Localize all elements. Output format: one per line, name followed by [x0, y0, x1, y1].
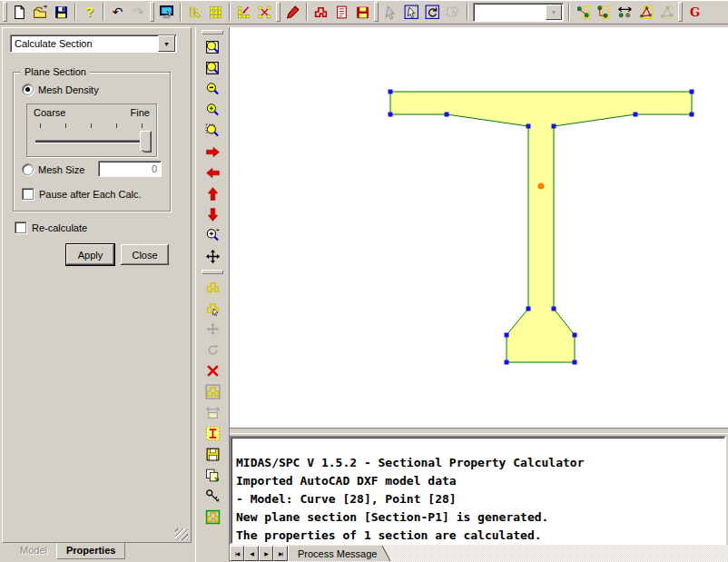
nav-last-button[interactable]: ▶|	[273, 546, 288, 561]
new-file-button[interactable]	[9, 2, 30, 23]
tab-model[interactable]: Model	[11, 543, 56, 558]
close-button[interactable]: Close	[121, 244, 169, 265]
vertex-node[interactable]	[445, 113, 449, 117]
vertex-node[interactable]	[690, 113, 694, 117]
save-file-button[interactable]	[51, 2, 72, 23]
pan-left-button[interactable]	[202, 163, 223, 183]
zoom-previous-button[interactable]	[202, 225, 223, 246]
pause-checkbox[interactable]	[22, 188, 34, 200]
section-shape-button[interactable]	[310, 2, 331, 23]
node-path-button[interactable]	[594, 2, 615, 23]
edit-section-button[interactable]	[282, 2, 303, 23]
zoom-in-button[interactable]	[202, 100, 223, 121]
section-copy-button[interactable]	[202, 381, 223, 402]
horizontal-splitter[interactable]	[230, 428, 728, 434]
paste-section-button[interactable]	[202, 465, 223, 486]
toolbar-grip[interactable]	[276, 2, 280, 22]
node-triangle-off-button[interactable]	[656, 2, 677, 23]
panel-resize-grip[interactable]	[175, 528, 188, 540]
mesh-size-label: Mesh Size	[38, 164, 84, 175]
tab-process-message[interactable]: Process Message	[288, 546, 380, 561]
node-triangle-button[interactable]	[635, 2, 656, 23]
vertex-node[interactable]	[552, 124, 556, 129]
task-combobox[interactable]: Calculate Section ▼	[10, 35, 177, 53]
tab-properties[interactable]: Properties	[56, 543, 125, 559]
zoom-dynamic-button[interactable]	[202, 121, 223, 142]
zoom-window-button[interactable]	[202, 37, 223, 58]
vertex-node[interactable]	[690, 90, 694, 94]
toolbar-grip[interactable]	[374, 2, 379, 22]
vertex-node[interactable]	[389, 90, 393, 94]
toolbar-grip[interactable]	[678, 2, 683, 22]
save-section-button[interactable]	[202, 444, 223, 465]
toolbar-separator	[568, 3, 570, 21]
toolbar-grip[interactable]	[202, 30, 223, 35]
vertex-node[interactable]	[505, 333, 509, 338]
vertex-node[interactable]	[526, 307, 531, 311]
mesh-generate-button[interactable]	[184, 2, 205, 23]
slider-thumb[interactable]	[140, 131, 152, 153]
toolbar-grip[interactable]	[3, 2, 7, 22]
node-link-button[interactable]	[573, 2, 594, 23]
slider-ticks	[40, 123, 143, 128]
import-points-button[interactable]	[233, 2, 254, 23]
select-free-button[interactable]	[443, 2, 464, 23]
pan-tool-button[interactable]	[202, 246, 223, 267]
help-button[interactable]: ?	[79, 2, 100, 23]
select-arrow-button[interactable]	[380, 2, 401, 23]
mesh-grid-button[interactable]	[205, 2, 226, 23]
zoom-fit-button[interactable]	[202, 58, 223, 79]
nav-prev-button[interactable]: ◀	[244, 546, 259, 561]
move-tool-button[interactable]	[202, 319, 223, 340]
select-rotate-button[interactable]	[422, 2, 443, 23]
vertex-node[interactable]	[573, 360, 577, 365]
vertex-node[interactable]	[389, 113, 393, 117]
vertex-node[interactable]	[526, 124, 531, 129]
mesh-size-radio[interactable]	[22, 163, 34, 175]
node-distance-button[interactable]	[615, 2, 635, 23]
toolbar-grip[interactable]	[150, 2, 154, 22]
pan-down-button[interactable]	[202, 204, 223, 225]
toolbar-grip[interactable]	[202, 270, 223, 274]
mesh-density-slider[interactable]	[35, 140, 148, 143]
recalculate-checkbox[interactable]	[15, 222, 26, 233]
zoom-out-button[interactable]	[202, 79, 223, 100]
section-polygon[interactable]	[390, 92, 692, 362]
vertex-node[interactable]	[552, 307, 556, 311]
model-view[interactable]	[230, 27, 728, 428]
nav-first-button[interactable]: |◀	[230, 546, 244, 561]
section-create-button[interactable]	[202, 277, 223, 298]
select-window-button[interactable]	[401, 2, 422, 23]
selection-filter-combobox[interactable]: ▼	[473, 3, 564, 22]
mesh-density-radio[interactable]	[22, 84, 34, 95]
message-line: New plane section [Section-P1] is genera…	[236, 508, 724, 527]
tab-process-message-label: Process Message	[298, 548, 377, 559]
mesh-size-input[interactable]	[98, 161, 162, 177]
chevron-down-icon[interactable]: ▼	[158, 35, 175, 52]
explode-points-button[interactable]	[254, 2, 275, 23]
section-list-button[interactable]	[331, 2, 352, 23]
query-tool-button[interactable]	[202, 486, 223, 507]
undo-button[interactable]: ↶	[107, 2, 128, 23]
message-log[interactable]: MIDAS/SPC V 1.5.2 - Sectional Property C…	[230, 436, 726, 545]
vertex-node[interactable]	[634, 113, 638, 117]
apply-button[interactable]: Apply	[66, 244, 114, 265]
redraw-view-button[interactable]	[156, 2, 177, 23]
pan-right-button[interactable]	[202, 142, 223, 163]
section-export-button[interactable]	[352, 2, 373, 23]
nav-next-button[interactable]: ▶	[259, 546, 273, 561]
open-file-button[interactable]	[30, 2, 51, 23]
grid-g-button[interactable]: G	[684, 2, 705, 23]
delete-button[interactable]	[202, 360, 223, 381]
vertex-node[interactable]	[573, 333, 577, 338]
section-edit-button[interactable]	[202, 298, 223, 319]
rotate-tool-button[interactable]	[202, 340, 223, 360]
mesh-section-button[interactable]	[202, 507, 223, 527]
stretch-tool-button[interactable]	[202, 402, 223, 423]
section-ibeam-button[interactable]	[202, 423, 223, 444]
pan-up-button[interactable]	[202, 183, 223, 204]
vertex-node[interactable]	[505, 360, 509, 365]
redo-button[interactable]: ↷	[128, 2, 149, 23]
recalculate-label: Re-calculate	[32, 222, 87, 233]
chevron-down-icon[interactable]: ▼	[546, 5, 562, 20]
